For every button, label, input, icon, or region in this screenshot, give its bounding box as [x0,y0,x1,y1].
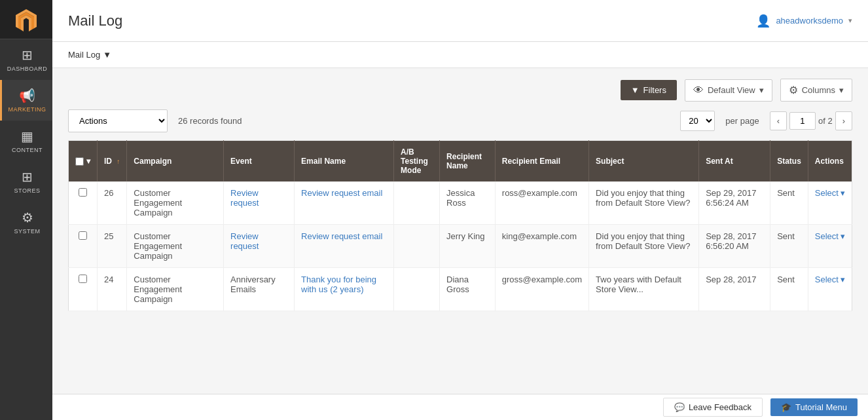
breadcrumb-label: Mail Log [68,50,100,60]
default-view-label: Default View [708,85,755,95]
magento-logo-icon [14,8,38,31]
row3-subject: Two years with Default Store View... [589,268,699,311]
row3-select-label: Select [815,275,839,284]
columns-label: Columns [802,85,835,95]
user-name-label: aheadworksdemo [776,16,843,26]
top-header: Mail Log 👤 aheadworksdemo ▾ [52,0,868,42]
row2-recipient-name: Jerry King [440,225,496,268]
system-icon: ⚙ [22,210,33,225]
records-found: 26 records found [178,116,242,126]
row3-actions: Select ▾ [808,268,852,311]
stores-icon: ⊞ [22,169,33,185]
row1-select-button[interactable]: Select ▾ [815,188,845,198]
row3-select-button[interactable]: Select ▾ [815,275,845,284]
table-row: 25 Customer Engagement Campaign Review r… [69,225,852,268]
th-checkbox: ▾ [69,141,98,182]
row2-select-button[interactable]: Select ▾ [815,231,845,241]
filters-label: Filters [643,85,666,95]
row2-email-name-link[interactable]: Review request email [301,231,382,241]
table-row: 24 Customer Engagement Campaign Annivers… [69,268,852,311]
actions-select[interactable]: Actions [69,110,167,132]
actions-dropdown-wrapper[interactable]: Actions [68,109,168,132]
actions-left: Actions 26 records found [68,109,242,132]
row2-select-label: Select [815,231,839,241]
user-menu[interactable]: 👤 aheadworksdemo ▾ [756,14,852,28]
columns-chevron-icon: ▾ [839,85,844,95]
row1-select-chevron-icon: ▾ [841,188,845,198]
sidebar-item-marketing[interactable]: 📢 MARKETING [0,80,52,121]
row3-id: 24 [98,268,127,311]
default-view-selector[interactable]: 👁 Default View ▾ [685,79,772,102]
next-page-button[interactable]: › [835,111,852,130]
columns-selector[interactable]: ⚙ Columns ▾ [780,79,852,102]
row2-email-name: Review request email [295,225,394,268]
table-row: 26 Customer Engagement Campaign Review r… [69,181,852,225]
sidebar-label-stores: STORES [14,187,41,194]
row2-event-link[interactable]: Review request [230,231,259,251]
per-page-select-wrapper[interactable]: 20 50 [680,111,715,131]
th-email-name: Email Name [295,141,394,182]
row2-subject: Did you enjoy that thing from Default St… [589,225,699,268]
breadcrumb-arrow-icon: ▼ [103,50,111,60]
user-avatar-icon: 👤 [756,14,770,28]
row3-recipient-name: Diana Gross [440,268,496,311]
row3-checkbox[interactable] [79,275,87,283]
page-title: Mail Log [68,12,122,29]
row1-checkbox[interactable] [79,188,87,197]
filter-funnel-icon: ▼ [631,85,640,95]
th-recipient-email: Recipient Email [495,141,588,182]
th-event: Event [224,141,295,182]
row2-ab-testing [394,225,440,268]
breadcrumb-mail-log[interactable]: Mail Log ▼ [68,50,111,60]
th-subject: Subject [589,141,699,182]
sidebar-item-content[interactable]: ▦ CONTENT [0,121,52,161]
bottom-bar: 💬 Leave Feedback 🎓 Tutorial Menu [52,394,868,420]
row2-event: Review request [224,225,295,268]
row1-email-name: Review request email [295,181,394,225]
per-page-label: per page [725,116,759,126]
sidebar-item-system[interactable]: ⚙ SYSTEM [0,202,52,242]
th-campaign: Campaign [127,141,224,182]
id-sort-icon: ↑ [117,158,120,165]
select-all-chevron-icon[interactable]: ▾ [86,157,90,166]
pagination: 20 50 per page ‹ of 2 › [680,111,852,131]
row2-checkbox-cell [69,225,98,268]
sidebar-item-stores[interactable]: ⊞ STORES [0,161,52,202]
row3-ab-testing [394,268,440,311]
tutorial-menu-button[interactable]: 🎓 Tutorial Menu [770,398,858,416]
main-content: Mail Log 👤 aheadworksdemo ▾ Mail Log ▼ ▼… [52,0,868,420]
filters-button[interactable]: ▼ Filters [621,80,677,100]
row3-status: Sent [770,268,808,311]
sidebar-item-dashboard[interactable]: ⊞ DASHBOARD [0,39,52,80]
prev-page-button[interactable]: ‹ [770,111,787,130]
row2-actions: Select ▾ [808,225,852,268]
select-all-checkbox[interactable] [75,157,84,166]
eye-icon: 👁 [693,85,704,96]
row2-select-chevron-icon: ▾ [841,231,845,241]
table-header-row: ▾ ID ↑ Campaign Event Email Name A/BTest… [69,141,852,182]
row3-email-name-link[interactable]: Thank you for being with us (2 years) [301,275,376,294]
page-number-input[interactable] [789,112,816,130]
sidebar: ⊞ DASHBOARD 📢 MARKETING ▦ CONTENT ⊞ STOR… [0,0,52,420]
per-page-select[interactable]: 20 50 [681,111,714,130]
columns-gear-icon: ⚙ [789,84,798,96]
row1-ab-testing [394,181,440,225]
row2-checkbox[interactable] [79,231,87,240]
row2-recipient-email: king@example.com [495,225,588,268]
row1-id: 26 [98,181,127,225]
th-actions: Actions [808,141,852,182]
content-icon: ▦ [21,128,33,144]
row1-event-link[interactable]: Review request [230,188,259,208]
row2-campaign: Customer Engagement Campaign [127,225,224,268]
row1-subject: Did you enjoy that thing from Default St… [589,181,699,225]
row1-select-label: Select [815,188,839,198]
row1-actions: Select ▾ [808,181,852,225]
sidebar-label-system: SYSTEM [14,228,40,235]
sidebar-label-marketing: MARKETING [8,106,46,113]
page-nav: ‹ of 2 › [770,111,852,130]
row1-email-name-link[interactable]: Review request email [301,188,382,198]
actions-bar: Actions 26 records found 20 50 per page … [68,109,852,132]
th-id[interactable]: ID ↑ [98,141,127,182]
leave-feedback-button[interactable]: 💬 Leave Feedback [663,398,763,417]
row3-email-name: Thank you for being with us (2 years) [295,268,394,311]
